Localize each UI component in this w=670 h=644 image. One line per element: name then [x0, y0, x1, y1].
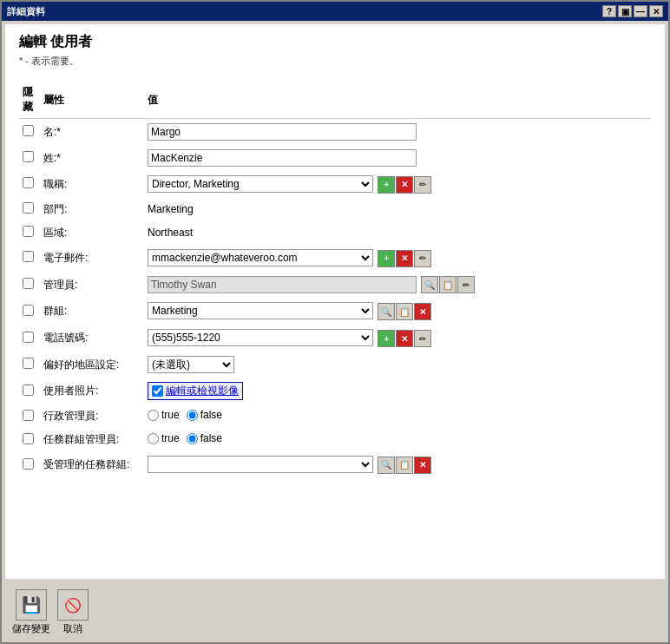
save-button[interactable]: 💾 儲存變更	[12, 589, 50, 635]
value-admin: true false	[144, 404, 651, 428]
cb-department-cell	[19, 198, 40, 221]
label-department: 部門:	[40, 198, 144, 221]
minimize-button[interactable]: —	[634, 5, 647, 17]
restore-button[interactable]: ▣	[618, 5, 632, 17]
row-job-title: 職稱: Director, Marketing + ✕ ✏	[19, 171, 651, 198]
admin-false-radio[interactable]	[187, 410, 198, 421]
cb-managed-groups-cell	[19, 451, 40, 478]
save-label: 儲存變更	[12, 622, 50, 635]
value-first-name	[144, 119, 651, 146]
label-group: 群組:	[40, 298, 144, 325]
managed-groups-btns: 🔍 📋 ✕	[378, 457, 431, 474]
email-add-btn[interactable]: +	[378, 250, 395, 267]
cb-job-title[interactable]	[23, 177, 34, 188]
value-group: Marketing 🔍 📋 ✕	[144, 298, 651, 325]
select-managed-groups[interactable]	[148, 456, 373, 473]
admin-true-radio[interactable]	[148, 410, 159, 421]
static-region: Northeast	[148, 227, 193, 239]
job-title-remove-btn[interactable]: ✕	[396, 176, 413, 194]
managed-groups-copy-btn[interactable]: 📋	[396, 457, 413, 474]
content-area: 編輯 使用者 * - 表示需要。 隱藏 屬性 值 名:*	[5, 24, 665, 579]
task-manager-radio-group: true false	[148, 432, 222, 444]
manager-search-btn[interactable]: 🔍	[421, 276, 438, 293]
cb-job-title-cell	[19, 171, 40, 198]
managed-groups-search-btn[interactable]: 🔍	[378, 457, 395, 474]
manager-copy-btn[interactable]: 📋	[439, 276, 457, 293]
row-region: 區域: Northeast	[19, 221, 651, 245]
cb-group-cell	[19, 298, 40, 325]
select-email[interactable]: mmackenzie@whateveroo.com	[148, 249, 373, 266]
cb-last-name-cell	[19, 145, 40, 171]
cancel-label: 取消	[63, 622, 82, 635]
cb-phone[interactable]	[23, 332, 34, 343]
label-region: 區域:	[40, 221, 144, 245]
title-controls: ? ▣ — ✕	[602, 5, 663, 17]
row-photo: 使用者照片: 編輯或檢視影像	[19, 378, 651, 404]
footer: 💾 儲存變更 🚫 取消	[2, 582, 668, 642]
admin-false-label[interactable]: false	[187, 409, 222, 421]
cb-first-name-cell	[19, 119, 40, 146]
label-first-name: 名:*	[40, 119, 144, 146]
email-edit-btn[interactable]: ✏	[414, 250, 431, 267]
phone-edit-btn[interactable]: ✏	[414, 330, 431, 347]
task-manager-false-radio[interactable]	[187, 433, 198, 444]
cb-admin[interactable]	[23, 410, 34, 421]
task-manager-true-radio[interactable]	[148, 433, 159, 444]
label-job-title: 職稱:	[40, 171, 144, 198]
label-phone: 電話號碼:	[40, 325, 144, 352]
header-attribute: 屬性	[40, 82, 144, 119]
cb-locale-cell	[19, 352, 40, 378]
value-job-title: Director, Marketing + ✕ ✏	[144, 171, 651, 198]
row-managed-groups: 受管理的任務群組: 🔍 📋 ✕	[19, 451, 651, 478]
cb-region-cell	[19, 221, 40, 245]
select-locale[interactable]: (未選取)	[148, 356, 234, 373]
cancel-button[interactable]: 🚫 取消	[57, 589, 89, 635]
cb-task-manager[interactable]	[23, 433, 34, 444]
value-locale: (未選取)	[144, 352, 651, 378]
photo-link[interactable]: 編輯或檢視影像	[166, 384, 239, 398]
cb-locale[interactable]	[23, 358, 34, 369]
photo-checkbox[interactable]	[152, 385, 163, 397]
cb-admin-cell	[19, 404, 40, 428]
row-task-manager: 任務群組管理員: true false	[19, 428, 651, 451]
select-job-title[interactable]: Director, Marketing	[148, 175, 373, 193]
main-window: 詳細資料 ? ▣ — ✕ 編輯 使用者 * - 表示需要。 隱藏 屬性 值	[0, 0, 670, 644]
task-manager-true-label[interactable]: true	[148, 432, 180, 444]
group-search-btn[interactable]: 🔍	[378, 303, 395, 320]
phone-add-btn[interactable]: +	[378, 330, 395, 347]
value-task-manager: true false	[144, 428, 651, 451]
cb-photo[interactable]	[23, 384, 34, 396]
cb-first-name[interactable]	[23, 125, 34, 136]
label-locale: 偏好的地區設定:	[40, 352, 144, 378]
group-remove-btn[interactable]: ✕	[414, 303, 431, 320]
group-btns: 🔍 📋 ✕	[378, 303, 431, 320]
help-button[interactable]: ?	[602, 5, 616, 17]
row-last-name: 姓:*	[19, 145, 651, 171]
cb-email[interactable]	[23, 251, 34, 262]
job-title-edit-btn[interactable]: ✏	[414, 176, 431, 194]
select-group[interactable]: Marketing	[148, 302, 373, 319]
manager-edit-btn[interactable]: ✏	[457, 276, 475, 293]
cb-last-name[interactable]	[23, 151, 34, 162]
static-department: Marketing	[148, 203, 194, 215]
managed-groups-remove-btn[interactable]: ✕	[414, 457, 431, 474]
cb-region[interactable]	[23, 226, 34, 237]
email-remove-btn[interactable]: ✕	[396, 250, 413, 267]
value-manager: 🔍 📋 ✏	[144, 272, 651, 299]
task-manager-false-label[interactable]: false	[187, 432, 222, 444]
row-department: 部門: Marketing	[19, 198, 651, 221]
close-button[interactable]: ✕	[649, 5, 663, 17]
job-title-add-btn[interactable]: +	[378, 176, 395, 194]
phone-remove-btn[interactable]: ✕	[396, 330, 413, 347]
value-last-name	[144, 145, 651, 171]
select-phone[interactable]: (555)555-1220	[148, 329, 373, 346]
cb-managed-groups[interactable]	[23, 458, 34, 470]
input-first-name[interactable]	[148, 123, 417, 141]
input-last-name[interactable]	[148, 149, 417, 167]
cb-department[interactable]	[23, 202, 34, 214]
cb-manager[interactable]	[23, 278, 34, 289]
header-value: 值	[144, 82, 651, 119]
group-copy-btn[interactable]: 📋	[396, 303, 413, 320]
admin-true-label[interactable]: true	[148, 409, 180, 421]
cb-group[interactable]	[23, 305, 34, 316]
